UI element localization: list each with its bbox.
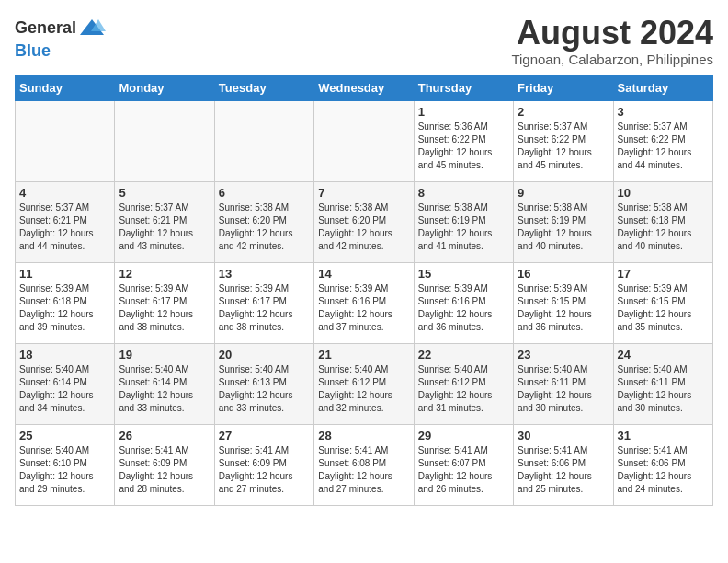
title-section: August 2024 Tignoan, Calabarzon, Philipp… bbox=[511, 15, 713, 67]
day-number: 18 bbox=[19, 348, 110, 362]
day-info: Sunrise: 5:36 AM Sunset: 6:22 PM Dayligh… bbox=[418, 121, 509, 172]
day-info: Sunrise: 5:40 AM Sunset: 6:12 PM Dayligh… bbox=[318, 363, 409, 415]
day-number: 4 bbox=[19, 186, 110, 200]
calendar-cell: 24Sunrise: 5:40 AM Sunset: 6:11 PM Dayli… bbox=[613, 343, 712, 424]
day-info: Sunrise: 5:41 AM Sunset: 6:07 PM Dayligh… bbox=[418, 444, 509, 496]
calendar-cell: 23Sunrise: 5:40 AM Sunset: 6:11 PM Dayli… bbox=[514, 343, 613, 424]
day-info: Sunrise: 5:40 AM Sunset: 6:10 PM Dayligh… bbox=[19, 444, 110, 496]
day-info: Sunrise: 5:39 AM Sunset: 6:16 PM Dayligh… bbox=[418, 282, 509, 334]
calendar-cell: 14Sunrise: 5:39 AM Sunset: 6:16 PM Dayli… bbox=[314, 262, 414, 343]
day-info: Sunrise: 5:37 AM Sunset: 6:21 PM Dayligh… bbox=[119, 201, 210, 253]
day-number: 15 bbox=[418, 267, 509, 281]
calendar-table: SundayMondayTuesdayWednesdayThursdayFrid… bbox=[15, 75, 713, 506]
calendar-cell: 19Sunrise: 5:40 AM Sunset: 6:14 PM Dayli… bbox=[115, 343, 214, 424]
day-info: Sunrise: 5:37 AM Sunset: 6:22 PM Dayligh… bbox=[618, 121, 709, 172]
logo: General Blue bbox=[15, 15, 106, 61]
weekday-header-row: SundayMondayTuesdayWednesdayThursdayFrid… bbox=[16, 75, 713, 100]
day-info: Sunrise: 5:41 AM Sunset: 6:08 PM Dayligh… bbox=[318, 444, 409, 496]
day-number: 7 bbox=[318, 186, 409, 200]
day-number: 28 bbox=[318, 429, 409, 442]
day-number: 23 bbox=[518, 348, 609, 362]
weekday-wednesday: Wednesday bbox=[314, 75, 414, 100]
day-number: 25 bbox=[19, 429, 110, 442]
day-info: Sunrise: 5:40 AM Sunset: 6:12 PM Dayligh… bbox=[418, 363, 509, 415]
weekday-sunday: Sunday bbox=[16, 75, 115, 100]
calendar-cell: 26Sunrise: 5:41 AM Sunset: 6:09 PM Dayli… bbox=[115, 424, 214, 505]
day-info: Sunrise: 5:38 AM Sunset: 6:18 PM Dayligh… bbox=[618, 201, 709, 253]
day-number: 14 bbox=[318, 267, 409, 281]
day-number: 13 bbox=[219, 267, 310, 281]
calendar-cell bbox=[16, 100, 115, 181]
day-number: 29 bbox=[418, 429, 509, 442]
calendar-cell: 20Sunrise: 5:40 AM Sunset: 6:13 PM Dayli… bbox=[214, 343, 313, 424]
day-info: Sunrise: 5:41 AM Sunset: 6:06 PM Dayligh… bbox=[518, 444, 609, 496]
calendar-cell bbox=[314, 100, 414, 181]
calendar-cell: 29Sunrise: 5:41 AM Sunset: 6:07 PM Dayli… bbox=[414, 424, 513, 505]
day-number: 8 bbox=[418, 186, 509, 200]
day-info: Sunrise: 5:39 AM Sunset: 6:16 PM Dayligh… bbox=[318, 282, 409, 334]
day-info: Sunrise: 5:38 AM Sunset: 6:19 PM Dayligh… bbox=[418, 201, 509, 253]
day-info: Sunrise: 5:41 AM Sunset: 6:09 PM Dayligh… bbox=[219, 444, 310, 496]
calendar-cell: 2Sunrise: 5:37 AM Sunset: 6:22 PM Daylig… bbox=[514, 100, 613, 181]
day-info: Sunrise: 5:41 AM Sunset: 6:09 PM Dayligh… bbox=[119, 444, 210, 496]
calendar-cell: 9Sunrise: 5:38 AM Sunset: 6:19 PM Daylig… bbox=[514, 181, 613, 262]
day-info: Sunrise: 5:41 AM Sunset: 6:06 PM Dayligh… bbox=[618, 444, 709, 496]
day-number: 22 bbox=[418, 348, 509, 362]
day-number: 20 bbox=[219, 348, 310, 362]
day-number: 6 bbox=[219, 186, 310, 200]
day-number: 5 bbox=[119, 186, 210, 200]
day-info: Sunrise: 5:39 AM Sunset: 6:17 PM Dayligh… bbox=[119, 282, 210, 334]
calendar-cell: 27Sunrise: 5:41 AM Sunset: 6:09 PM Dayli… bbox=[214, 424, 313, 505]
calendar-cell: 25Sunrise: 5:40 AM Sunset: 6:10 PM Dayli… bbox=[16, 424, 115, 505]
logo-text-general: General bbox=[15, 19, 76, 38]
week-row-2: 4Sunrise: 5:37 AM Sunset: 6:21 PM Daylig… bbox=[16, 181, 713, 262]
day-number: 26 bbox=[119, 429, 210, 442]
calendar-cell: 8Sunrise: 5:38 AM Sunset: 6:19 PM Daylig… bbox=[414, 181, 513, 262]
day-info: Sunrise: 5:37 AM Sunset: 6:21 PM Dayligh… bbox=[19, 201, 110, 253]
calendar-cell: 10Sunrise: 5:38 AM Sunset: 6:18 PM Dayli… bbox=[613, 181, 712, 262]
day-info: Sunrise: 5:40 AM Sunset: 6:11 PM Dayligh… bbox=[618, 363, 709, 415]
day-number: 3 bbox=[618, 105, 709, 119]
day-info: Sunrise: 5:39 AM Sunset: 6:15 PM Dayligh… bbox=[618, 282, 709, 334]
day-info: Sunrise: 5:40 AM Sunset: 6:14 PM Dayligh… bbox=[19, 363, 110, 415]
week-row-3: 11Sunrise: 5:39 AM Sunset: 6:18 PM Dayli… bbox=[16, 262, 713, 343]
day-info: Sunrise: 5:37 AM Sunset: 6:22 PM Dayligh… bbox=[518, 121, 609, 172]
day-info: Sunrise: 5:38 AM Sunset: 6:20 PM Dayligh… bbox=[318, 201, 409, 253]
day-number: 16 bbox=[518, 267, 609, 281]
calendar-cell: 7Sunrise: 5:38 AM Sunset: 6:20 PM Daylig… bbox=[314, 181, 414, 262]
day-number: 12 bbox=[119, 267, 210, 281]
day-number: 31 bbox=[618, 429, 709, 442]
page-header: General Blue August 2024 Tignoan, Calaba… bbox=[15, 15, 713, 67]
day-info: Sunrise: 5:40 AM Sunset: 6:13 PM Dayligh… bbox=[219, 363, 310, 415]
weekday-friday: Friday bbox=[514, 75, 613, 100]
calendar-cell: 31Sunrise: 5:41 AM Sunset: 6:06 PM Dayli… bbox=[613, 424, 712, 505]
calendar-cell bbox=[214, 100, 313, 181]
calendar-cell: 13Sunrise: 5:39 AM Sunset: 6:17 PM Dayli… bbox=[214, 262, 313, 343]
weekday-monday: Monday bbox=[115, 75, 214, 100]
day-info: Sunrise: 5:38 AM Sunset: 6:19 PM Dayligh… bbox=[518, 201, 609, 253]
day-number: 11 bbox=[19, 267, 110, 281]
day-number: 17 bbox=[618, 267, 709, 281]
day-number: 27 bbox=[219, 429, 310, 442]
calendar-cell: 22Sunrise: 5:40 AM Sunset: 6:12 PM Dayli… bbox=[414, 343, 513, 424]
weekday-tuesday: Tuesday bbox=[214, 75, 313, 100]
calendar-cell: 11Sunrise: 5:39 AM Sunset: 6:18 PM Dayli… bbox=[16, 262, 115, 343]
weekday-saturday: Saturday bbox=[613, 75, 712, 100]
weekday-thursday: Thursday bbox=[414, 75, 513, 100]
day-number: 10 bbox=[618, 186, 709, 200]
calendar-cell: 30Sunrise: 5:41 AM Sunset: 6:06 PM Dayli… bbox=[514, 424, 613, 505]
calendar-cell: 28Sunrise: 5:41 AM Sunset: 6:08 PM Dayli… bbox=[314, 424, 414, 505]
day-info: Sunrise: 5:40 AM Sunset: 6:11 PM Dayligh… bbox=[518, 363, 609, 415]
calendar-cell: 6Sunrise: 5:38 AM Sunset: 6:20 PM Daylig… bbox=[214, 181, 313, 262]
day-number: 21 bbox=[318, 348, 409, 362]
logo-icon bbox=[78, 15, 106, 42]
calendar-title: August 2024 bbox=[511, 15, 713, 52]
day-number: 2 bbox=[518, 105, 609, 119]
calendar-cell: 15Sunrise: 5:39 AM Sunset: 6:16 PM Dayli… bbox=[414, 262, 513, 343]
calendar-cell: 18Sunrise: 5:40 AM Sunset: 6:14 PM Dayli… bbox=[16, 343, 115, 424]
day-info: Sunrise: 5:38 AM Sunset: 6:20 PM Dayligh… bbox=[219, 201, 310, 253]
week-row-1: 1Sunrise: 5:36 AM Sunset: 6:22 PM Daylig… bbox=[16, 100, 713, 181]
day-number: 30 bbox=[518, 429, 609, 442]
day-info: Sunrise: 5:39 AM Sunset: 6:17 PM Dayligh… bbox=[219, 282, 310, 334]
day-number: 1 bbox=[418, 105, 509, 119]
